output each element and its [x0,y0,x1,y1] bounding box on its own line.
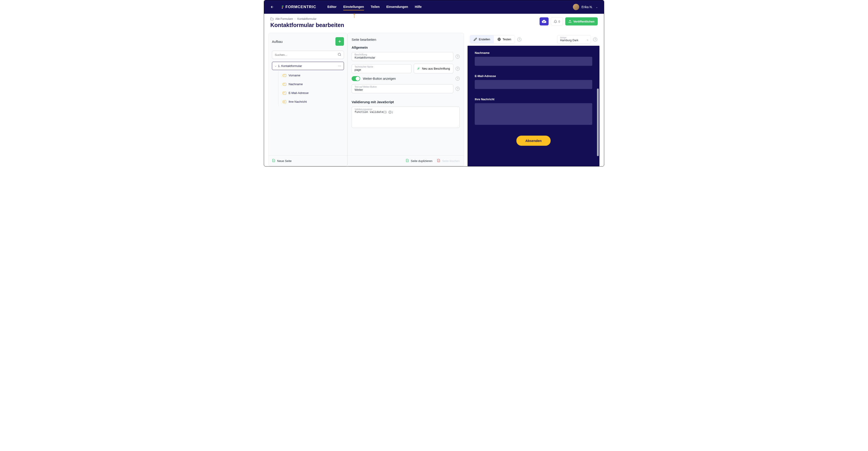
preview-email-label: E-Mail-Adresse [475,74,592,78]
breadcrumb: Alle Formulare › Kontaktformular [270,17,344,21]
section-general: Allgemein [347,46,464,52]
help-icon[interactable]: ? [456,87,460,91]
duplicate-page-button[interactable]: Seite duplizieren [406,159,432,163]
edit-panel-title: Seite bearbeiten [347,33,464,46]
nav-teilen[interactable]: Teilen [371,4,379,10]
help-icon[interactable]: ? [456,77,460,81]
notifications-button[interactable]: 0 [551,17,563,25]
breadcrumb-root[interactable]: Alle Formulare [275,17,293,21]
email-field-icon [283,92,286,94]
preview-nachricht-label: Ihre Nachricht [475,97,592,101]
chevron-down-icon: ⌄ [586,38,588,41]
delete-page-button[interactable]: Seite löschen [437,159,460,163]
tab-erstellen[interactable]: Erstellen [470,35,494,43]
nav-hilfe[interactable]: Hilfe [415,4,422,10]
duplicate-icon [406,159,409,163]
help-icon[interactable]: ? [456,67,460,71]
resize-handle-icon[interactable]: ⋰ [457,125,459,127]
annotation-arrow-icon: ↑ [352,11,356,19]
wand-icon [417,67,420,71]
weiter-text-field[interactable]: Text auf Weiter-Button Weiter [351,84,453,93]
help-icon[interactable]: ? [456,55,460,59]
chevron-down-icon: ⌄ [275,65,277,67]
resize-handle-icon[interactable]: ⋰ [590,122,592,124]
plus-page-icon [272,159,275,163]
submit-button[interactable]: Absenden [517,136,551,146]
preview-nachname-label: Nachname [475,51,592,55]
back-button[interactable] [270,5,274,9]
brand-logo: FORMCENTRIC [282,5,316,9]
aufbau-title: Aufbau [272,40,283,44]
nav-editor[interactable]: Editor [328,4,337,10]
page-title: Kontaktformular bearbeiten [270,22,344,28]
text-field-icon [283,74,286,77]
validation-script-field[interactable]: Validierungsskript function validate() {… [351,107,460,128]
tree-field-nachricht[interactable]: Ihre Nachricht [272,97,344,106]
breadcrumb-current: Kontaktformular [297,17,316,21]
beschriftung-field[interactable]: Beschriftung Kontaktformular [351,52,453,61]
add-element-button[interactable] [335,37,344,46]
text-field-icon [283,83,286,86]
scrollbar[interactable] [597,88,599,156]
technischer-name-field[interactable]: Technischer Name page [351,64,411,73]
user-menu-chevron-icon[interactable]: ⌄ [596,6,598,8]
svg-point-0 [338,53,341,56]
design-select[interactable]: Design Hamburg Dark ⌄ [557,35,591,44]
preview-nachname-input[interactable] [475,57,592,66]
new-page-button[interactable]: Neue Seite [272,159,291,163]
tree-field-vorname[interactable]: Vorname [272,71,344,80]
nav-einstellungen[interactable]: Einstellungen [343,4,364,10]
textarea-field-icon [283,101,286,103]
section-validation: Validierung mit JavaScript [347,96,464,107]
tree-field-nachname[interactable]: Nachname [272,80,344,88]
weiter-button-toggle[interactable] [351,76,360,81]
new-from-label-button[interactable]: Neu aus Beschriftung [414,64,453,74]
preview-email-input[interactable] [475,80,592,89]
user-name: Erika N. [582,5,593,9]
search-icon [338,53,341,57]
user-avatar[interactable] [573,4,579,10]
search-input[interactable] [272,51,344,59]
more-icon[interactable]: ⋯ [338,64,341,67]
publish-button[interactable]: Veröffentlichen [565,17,598,25]
nav-einsendungen[interactable]: Einsendungen [386,4,408,10]
tree-root-item[interactable]: ⌄ 1. Kontaktformular ⋯ [272,62,344,70]
toggle-label: Weiter-Button anzeigen [363,77,453,80]
tree-field-email[interactable]: E-Mail-Adresse [272,88,344,97]
help-icon[interactable]: ? [593,37,597,41]
delete-icon [437,159,440,163]
help-icon[interactable]: ? [517,37,521,41]
tab-testen[interactable]: Testen [494,35,515,43]
preview-nachricht-textarea[interactable]: ⋰ [475,103,592,125]
save-cloud-button[interactable] [539,17,549,25]
